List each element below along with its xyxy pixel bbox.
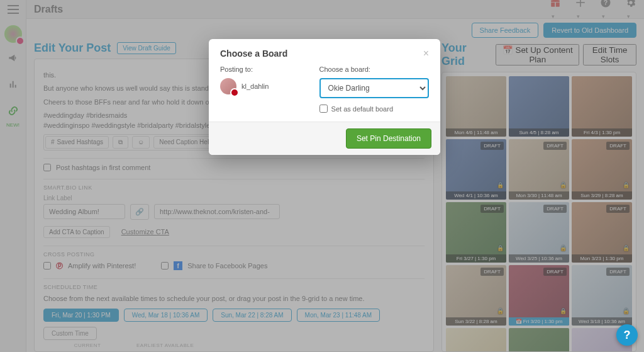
modal-title: Choose a Board [220, 48, 287, 59]
board-select[interactable]: Okie Darling [319, 78, 429, 98]
set-pin-destination-button[interactable]: Set Pin Destination [346, 128, 431, 149]
account-username: kl_dahlin [242, 82, 269, 90]
set-default-board-checkbox[interactable]: Set as default board [319, 105, 429, 113]
account-avatar [220, 78, 236, 94]
choose-board-label: Choose a board: [319, 65, 429, 73]
checkbox-input[interactable] [319, 105, 328, 113]
choose-board-modal: Choose a Board × Posting to: kl_dahlin C… [209, 39, 440, 155]
modal-close-icon[interactable]: × [423, 48, 429, 59]
posting-account-row: kl_dahlin [220, 78, 308, 94]
pinterest-badge-icon [230, 88, 239, 97]
help-fab-icon[interactable]: ? [616, 324, 638, 346]
posting-to-label: Posting to: [220, 65, 308, 73]
